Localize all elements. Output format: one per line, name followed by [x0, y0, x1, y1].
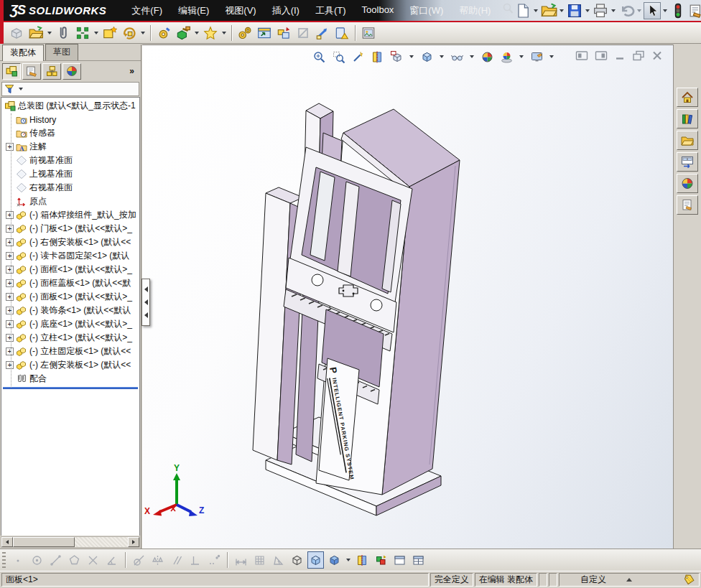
apply-scene-dropdown[interactable] [519, 55, 524, 58]
select-tool-button[interactable] [644, 2, 661, 19]
tree-item[interactable]: +(-) 读卡器固定架<1> (默认 [1, 249, 139, 263]
tree-item[interactable]: +(-) 立柱固定板<1> (默认<< [1, 345, 139, 358]
mate-dropdown[interactable] [94, 32, 98, 34]
hide-show-items-dropdown[interactable] [470, 55, 474, 58]
scrollbar-track[interactable] [75, 537, 128, 547]
relation-perpendicular-icon[interactable] [187, 551, 203, 569]
design-library-icon[interactable] [677, 109, 698, 129]
reference-geometry-dropdown[interactable] [222, 32, 226, 34]
sketch-angle-icon[interactable] [103, 551, 120, 569]
relation-symmetric-icon[interactable] [149, 551, 166, 569]
assembly-features-icon[interactable] [174, 24, 192, 42]
pane-right-icon[interactable] [595, 50, 608, 61]
manager-overflow-chevrons[interactable]: » [129, 66, 139, 76]
doc-restore-icon[interactable] [632, 50, 645, 61]
interference-detection-icon[interactable] [274, 24, 293, 42]
graphics-viewport[interactable]: P INTELLIGENT PARKING SYSTEM Y X Z [142, 45, 673, 549]
sketch-polygon-icon[interactable] [66, 551, 83, 569]
feature-manager-tab[interactable] [2, 63, 21, 80]
tree-expander[interactable]: + [6, 307, 14, 314]
tag-icon[interactable] [683, 574, 695, 586]
custom-properties-icon[interactable] [677, 195, 698, 215]
zoom-to-fit-icon[interactable] [311, 49, 327, 65]
view-settings-icon[interactable] [529, 49, 544, 65]
tree-item[interactable]: +(-) 左侧安装板<1> (默认<< [1, 358, 139, 372]
save-button[interactable] [566, 2, 583, 19]
tree-expander[interactable]: + [6, 293, 14, 301]
zoom-to-area-icon[interactable] [330, 49, 346, 65]
open-part-icon[interactable] [27, 24, 45, 42]
tree-expander[interactable]: + [6, 211, 14, 219]
tree-item[interactable]: +上视基准面 [1, 167, 139, 181]
scroll-left-button[interactable] [1, 537, 13, 547]
smart-component-icon[interactable] [101, 24, 119, 42]
tree-item[interactable]: +(-) 装饰条<1> (默认<<默认 [1, 304, 139, 317]
sketch-point-icon[interactable] [10, 551, 27, 569]
scroll-right-button[interactable] [128, 537, 139, 547]
view-settings-dropdown[interactable] [549, 55, 554, 58]
menu-window[interactable]: 窗口(W) [403, 2, 450, 19]
tree-item[interactable]: +History [1, 113, 139, 126]
display-mode-dropdown[interactable] [346, 559, 350, 561]
component-preview-icon[interactable] [154, 24, 173, 42]
select-dropdown-arrow[interactable] [663, 9, 667, 12]
tab-sketch[interactable]: 草图 [45, 44, 78, 60]
exploded-view-icon[interactable] [255, 24, 274, 42]
open-button[interactable] [540, 2, 557, 19]
tree-item[interactable]: +原点 [1, 195, 139, 208]
tree-expander[interactable]: + [6, 347, 14, 355]
file-explorer-icon[interactable] [677, 131, 698, 150]
menu-toolbox[interactable]: Toolbox [356, 2, 401, 19]
simulation-setup-icon[interactable] [333, 24, 351, 42]
menu-edit[interactable]: 编辑(E) [172, 2, 215, 19]
undo-button[interactable] [618, 2, 635, 19]
split-grid-icon[interactable] [410, 551, 427, 569]
tree-item[interactable]: +A注解 [1, 140, 139, 154]
file-properties-button[interactable]: ! [687, 2, 701, 19]
display-manager-tab[interactable] [62, 63, 81, 80]
tree-item[interactable]: +(-) 右侧安装板<1> (默认<< [1, 235, 139, 249]
motion-study-icon[interactable] [236, 24, 254, 42]
property-manager-tab[interactable] [22, 63, 41, 80]
tree-item[interactable]: +传感器 [1, 126, 139, 140]
section-view-icon[interactable] [369, 49, 385, 65]
menu-view[interactable]: 视图(V) [218, 2, 262, 19]
tree-item[interactable]: +(-) 门板<1> (默认<<默认>_ [1, 222, 139, 235]
filter-dropdown-arrow[interactable] [19, 88, 23, 90]
relation-tangent-icon[interactable] [131, 551, 147, 569]
display-wireframe-icon[interactable] [289, 551, 305, 569]
tree-expander[interactable]: + [6, 252, 14, 260]
status-custom-cell[interactable]: 自定义 [559, 573, 700, 587]
configuration-manager-tab[interactable] [42, 63, 61, 80]
open-part-dropdown[interactable] [47, 32, 52, 34]
reference-geometry-icon[interactable] [201, 24, 220, 42]
display-shaded-icon[interactable] [307, 551, 324, 569]
tree-expander[interactable]: + [6, 361, 14, 369]
sketch-cross-icon[interactable] [85, 551, 101, 569]
search-icon[interactable] [501, 2, 514, 15]
sketch-circle-icon[interactable] [29, 551, 45, 569]
appearances-icon[interactable] [677, 174, 698, 193]
tree-item[interactable]: +(-) 立柱<1> (默认<<默认>_ [1, 331, 139, 345]
print-button[interactable] [592, 2, 609, 19]
view-palette-icon[interactable] [677, 152, 698, 172]
hide-show-items-icon[interactable] [449, 49, 465, 65]
tree-item[interactable]: +总装图 (默认<默认_显示状态-1 [1, 99, 139, 113]
tree-expander[interactable]: + [6, 238, 14, 246]
rebuild-traffic-light-icon[interactable] [669, 2, 687, 19]
view-orientation-dropdown[interactable] [409, 55, 414, 58]
belt-chain-icon[interactable] [313, 24, 332, 42]
angle-snap-icon[interactable] [270, 551, 287, 569]
split-horizontal-icon[interactable] [391, 551, 408, 569]
large-assembly-mode-icon[interactable] [373, 551, 389, 569]
edit-appearance-icon[interactable] [479, 49, 495, 65]
toolbar-grip[interactable] [2, 552, 6, 568]
previous-view-icon[interactable] [350, 49, 366, 65]
pane-left-icon[interactable] [575, 50, 588, 61]
insert-component-icon[interactable] [7, 24, 26, 42]
tree-expander[interactable]: + [6, 225, 14, 233]
tree-item[interactable]: +(-) 箱体焊接组件_默认_按加 [1, 208, 139, 222]
view-orientation-icon[interactable] [389, 49, 404, 65]
tab-assembly[interactable]: 装配体 [2, 45, 44, 61]
display-mode-menu-icon[interactable] [326, 551, 343, 569]
